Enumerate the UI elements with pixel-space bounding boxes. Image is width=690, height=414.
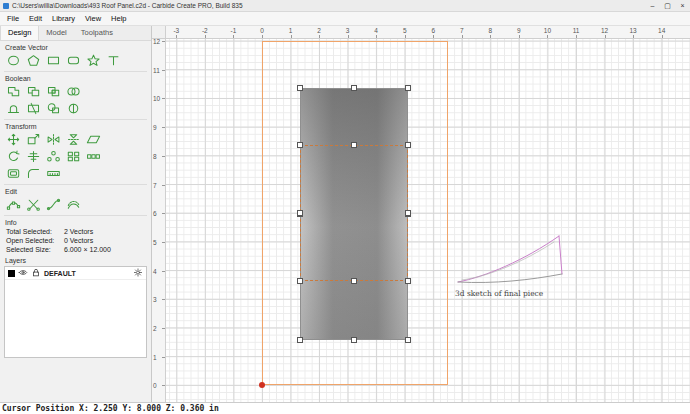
rounded-rectangle-tool-button[interactable] <box>63 52 83 68</box>
offset-tool-button[interactable] <box>3 165 23 181</box>
menu-view[interactable]: View <box>80 14 106 23</box>
selection-handle[interactable] <box>351 85 357 91</box>
layer-visibility-toggle[interactable] <box>18 268 28 279</box>
selection-handle[interactable] <box>297 142 303 148</box>
selection-handle[interactable] <box>351 278 357 284</box>
circle-tool-button[interactable] <box>3 52 23 68</box>
fillet-tool-button[interactable] <box>23 165 43 181</box>
selection-handle[interactable] <box>351 337 357 343</box>
cursor-position: Cursor Position X: 2.250 Y: 8.000 Z: 0.3… <box>2 404 219 413</box>
tab-model[interactable]: Model <box>39 26 73 40</box>
ruler-top-label: 7 <box>460 27 464 34</box>
info-label: Selected Size: <box>6 246 64 253</box>
divide-icon <box>66 102 81 115</box>
titlebar: C:\Users\willia\Downloads\493 Roof Panel… <box>0 0 690 12</box>
subtract-tool-button[interactable] <box>23 83 43 99</box>
rotate-tool-button[interactable] <box>3 148 23 164</box>
star-tool-button[interactable] <box>83 52 103 68</box>
ruler-tick <box>519 35 520 38</box>
selected-rectangle[interactable] <box>300 145 408 281</box>
tab-toolpaths[interactable]: Toolpaths <box>74 26 120 40</box>
layer-color-swatch[interactable] <box>8 270 15 277</box>
app-icon <box>3 3 9 9</box>
ruler-top-label: 10 <box>544 27 551 34</box>
minimize-button[interactable]: – <box>645 0 660 11</box>
offset-vectors-tool-button[interactable] <box>63 196 83 212</box>
origin-marker <box>259 382 265 388</box>
info-value: 0 Vectors <box>64 237 93 244</box>
design-canvas[interactable]: 3d sketch of final piece <box>166 39 690 402</box>
scale-icon <box>26 133 41 146</box>
selection-handle[interactable] <box>405 142 411 148</box>
selection-handle[interactable] <box>405 278 411 284</box>
section-divider <box>4 184 147 185</box>
ruler-top: -3-2-101234567891011121314 <box>166 26 690 39</box>
grid-array-tool-button[interactable] <box>63 148 83 164</box>
ruler-tick <box>490 35 491 38</box>
selection-handle[interactable] <box>405 85 411 91</box>
menu-edit[interactable]: Edit <box>24 14 47 23</box>
linear-array-tool-button[interactable] <box>83 148 103 164</box>
layer-row[interactable]: DEFAULT <box>5 267 146 280</box>
ruler-top-label: 3 <box>346 27 350 34</box>
polygon-tool-button[interactable] <box>23 52 43 68</box>
ruler-left-label: 6 <box>153 210 157 217</box>
info-label: Total Selected: <box>6 228 64 235</box>
fillet-icon <box>26 167 41 180</box>
info-value: 2 Vectors <box>64 228 93 235</box>
union-tool-button[interactable] <box>3 83 23 99</box>
rectangle-tool-button[interactable] <box>43 52 63 68</box>
move-tool-button[interactable] <box>3 131 23 147</box>
ruler-tick <box>162 385 165 386</box>
ruler-top-label: -2 <box>202 27 208 34</box>
ruler-tick <box>162 41 165 42</box>
menu-help[interactable]: Help <box>106 14 131 23</box>
skew-tool-button[interactable] <box>83 131 103 147</box>
section-title-transform: Transform <box>5 123 146 130</box>
selection-handle[interactable] <box>405 210 411 216</box>
selection-handle[interactable] <box>351 142 357 148</box>
edit-section <box>0 196 151 212</box>
edit-nodes-tool-button[interactable] <box>3 196 23 212</box>
selection-handle[interactable] <box>297 278 303 284</box>
cut-shapes-tool-button[interactable] <box>23 100 43 116</box>
section-title-layers: Layers <box>5 257 146 264</box>
move-icon <box>6 133 21 146</box>
info-row: Selected Size:6.000 × 12.000 <box>0 245 151 254</box>
gear-icon <box>133 268 143 277</box>
selection-handle[interactable] <box>297 210 303 216</box>
selection-handle[interactable] <box>405 337 411 343</box>
ruler-tick <box>433 35 434 38</box>
selection-handle[interactable] <box>297 337 303 343</box>
menu-file[interactable]: File <box>2 14 24 23</box>
close-button[interactable]: × <box>675 0 690 11</box>
union-icon <box>6 85 21 98</box>
align-tool-button[interactable] <box>23 148 43 164</box>
ruler-left-label: 2 <box>153 325 157 332</box>
section-title-edit: Edit <box>5 188 146 195</box>
flip-vertical-tool-button[interactable] <box>63 131 83 147</box>
join-vectors-tool-button[interactable] <box>43 196 63 212</box>
trim-vectors-tool-button[interactable] <box>23 196 43 212</box>
ruler-tick <box>662 35 663 38</box>
tab-design[interactable]: Design <box>0 26 39 40</box>
layers-panel: DEFAULT <box>4 266 147 358</box>
flip-horizontal-tool-button[interactable] <box>43 131 63 147</box>
weld-tool-button[interactable] <box>3 100 23 116</box>
layer-lock-toggle[interactable] <box>31 268 41 279</box>
trim-vectors-icon <box>26 198 41 211</box>
menu-library[interactable]: Library <box>47 14 80 23</box>
layer-settings-button[interactable] <box>133 268 143 279</box>
merge-tool-button[interactable] <box>43 100 63 116</box>
maximize-button[interactable]: ▢ <box>660 0 675 11</box>
measure-tool-button[interactable] <box>43 165 63 181</box>
divide-tool-button[interactable] <box>63 100 83 116</box>
selection-handle[interactable] <box>297 85 303 91</box>
scale-tool-button[interactable] <box>23 131 43 147</box>
ruler-top-label: 1 <box>289 27 293 34</box>
exclude-tool-button[interactable] <box>63 83 83 99</box>
sketch-caption: 3d sketch of final piece <box>455 289 573 298</box>
intersect-tool-button[interactable] <box>43 83 63 99</box>
text-tool-button[interactable] <box>103 52 123 68</box>
circular-array-tool-button[interactable] <box>43 148 63 164</box>
